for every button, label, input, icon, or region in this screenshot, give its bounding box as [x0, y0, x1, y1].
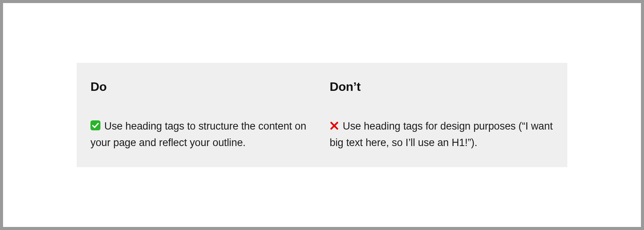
do-column: Do Use heading tags to structure the con…	[90, 80, 314, 150]
dont-heading: Don’t	[330, 80, 554, 94]
do-heading: Do	[90, 80, 314, 94]
svg-rect-0	[90, 120, 100, 130]
dont-body: Use heading tags for design purposes (“I…	[330, 118, 554, 150]
dont-text: Use heading tags for design purposes (“I…	[330, 120, 553, 148]
cross-icon	[330, 119, 339, 135]
do-dont-panel: Do Use heading tags to structure the con…	[77, 63, 567, 167]
checkmark-icon	[90, 119, 100, 135]
do-body: Use heading tags to structure the conten…	[90, 118, 314, 150]
document-frame: Do Use heading tags to structure the con…	[3, 3, 641, 227]
dont-column: Don’t Use heading tags for design purpos…	[330, 80, 554, 150]
do-text: Use heading tags to structure the conten…	[90, 120, 306, 148]
